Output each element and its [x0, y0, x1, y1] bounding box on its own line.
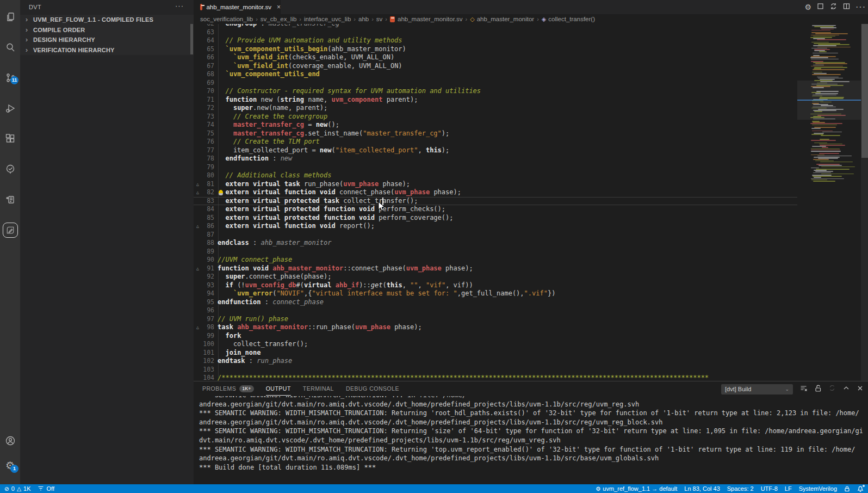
code-line[interactable]: 83 extern virtual protected task collect… — [194, 197, 797, 206]
code-line[interactable]: 78 endfunction : new — [194, 155, 797, 163]
code-line[interactable]: △82 extern virtual function void connect… — [194, 188, 797, 197]
lock-icon[interactable] — [844, 485, 850, 492]
tab-debug-console[interactable]: DEBUG CONSOLE — [346, 381, 399, 396]
code-line[interactable]: 100 collect_transfer(); — [194, 340, 797, 349]
tab-problems[interactable]: PROBLEMS 1K+ — [202, 381, 254, 396]
unlock-icon[interactable] — [814, 384, 822, 395]
tab-output[interactable]: OUTPUT — [266, 381, 291, 396]
tab-terminal[interactable]: TERMINAL — [303, 381, 334, 396]
extensions-icon[interactable] — [0, 130, 20, 148]
code-line[interactable]: 62 endgroup : master_transfer_cg — [194, 24, 797, 28]
clear-output-icon[interactable] — [799, 384, 808, 395]
tab-close-icon[interactable]: × — [277, 3, 281, 11]
code-line[interactable]: 71 function new (string name, uvm_compon… — [194, 96, 797, 104]
line-number: 75 — [200, 130, 214, 138]
breadcrumb-item[interactable]: sv_cb_ex_lib — [261, 16, 296, 22]
sidebar-item-design-hierarchy[interactable]: › DESIGN HIERARCHY — [20, 35, 194, 45]
split-editor-icon[interactable] — [842, 2, 851, 13]
code-line[interactable]: 104/************************************… — [194, 374, 797, 381]
code-line[interactable]: 101 join_none — [194, 349, 797, 358]
verification-icon[interactable] — [0, 160, 20, 178]
code-line[interactable]: △98task ahb_master_monitor::run_phase(uv… — [194, 323, 797, 332]
breadcrumb-item-class[interactable]: ahb_master_monitor — [477, 16, 534, 22]
code-line[interactable]: 93 if (!uvm_config_db#(virtual ahb_if)::… — [194, 281, 797, 290]
code-line[interactable]: △86 extern virtual function void report(… — [194, 222, 797, 231]
code-line[interactable]: 87 — [194, 231, 797, 239]
code-line[interactable]: 95endfunction : connect_phase — [194, 298, 797, 307]
breadcrumb-item-method[interactable]: collect_transfer() — [548, 16, 595, 22]
indentation-status[interactable]: Spaces: 2 — [727, 485, 754, 492]
language-status[interactable]: SystemVerilog — [799, 485, 837, 492]
breadcrumb-item[interactable]: ahb — [358, 16, 369, 22]
sidebar-more-actions[interactable]: ··· — [175, 2, 184, 10]
code-line[interactable]: 65 `uvm_component_utils_begin(ahb_master… — [194, 45, 797, 54]
code-line[interactable]: △81 extern virtual task run_phase(uvm_ph… — [194, 180, 797, 189]
sync-icon[interactable] — [828, 384, 836, 394]
code-line[interactable]: 84 extern virtual protected function voi… — [194, 205, 797, 214]
dvt-settings-gear-icon[interactable]: ⚙ — [804, 3, 811, 11]
sidebar-scrollbar[interactable] — [190, 24, 193, 54]
code-line[interactable]: 70 // Constructor - required syntax for … — [194, 87, 797, 96]
code-editor[interactable]: 62 endgroup : master_transfer_cg6364 // … — [194, 24, 797, 381]
code-line[interactable]: 66 `uvm_field_int(checks_enable, UVM_ALL… — [194, 53, 797, 62]
code-line[interactable]: 103 — [194, 366, 797, 374]
sidebar-item-verification-hierarchy[interactable]: › VERIFICATION HIERARCHY — [20, 45, 194, 56]
settings-gear-icon[interactable]: ⚙ 1 — [0, 456, 20, 474]
problems-status[interactable]: ⊘ 0 △ 1K — [4, 484, 30, 493]
breadcrumb-item[interactable]: interface_uvc_lib — [304, 16, 351, 22]
sync-compare-icon[interactable] — [829, 2, 838, 13]
maximize-panel-icon[interactable] — [842, 384, 850, 394]
code-line[interactable]: 73 // Create the covergroup — [194, 113, 797, 121]
minimap[interactable] — [797, 24, 861, 381]
explorer-icon[interactable] — [0, 8, 20, 26]
filter-status[interactable]: Off — [38, 485, 54, 492]
code-line[interactable]: 69 — [194, 79, 797, 88]
sidebar-item-compile-order[interactable]: › COMPILE ORDER — [20, 25, 194, 35]
code-line[interactable]: 63 — [194, 28, 797, 37]
output-channel-select[interactable]: [dvt] Build⌄ — [721, 384, 793, 395]
code-line[interactable]: 64 // Provide UVM automation and utility… — [194, 36, 797, 45]
code-line[interactable]: 97// UVM run() phase — [194, 315, 797, 324]
account-icon[interactable] — [0, 432, 20, 450]
code-line[interactable]: 102endtask : run_phase — [194, 357, 797, 366]
encoding-status[interactable]: UTF-8 — [761, 485, 778, 492]
code-line[interactable]: 74 master_transfer_cg = new(); — [194, 121, 797, 130]
code-line[interactable]: 90//UVM connect_phase — [194, 256, 797, 264]
code-line[interactable]: 76 // Create the TLM port — [194, 138, 797, 146]
source-control-icon[interactable]: 11 — [0, 69, 20, 87]
run-debug-icon[interactable] — [0, 99, 20, 118]
feedback-bell-icon[interactable] — [857, 485, 864, 492]
code-line[interactable]: 75 master_transfer_cg.set_inst_name("mas… — [194, 130, 797, 138]
code-line[interactable]: 79 — [194, 163, 797, 172]
code-line[interactable]: 68 `uvm_component_utils_end — [194, 70, 797, 79]
code-line[interactable]: 80 // Additional class methods — [194, 171, 797, 180]
minimap-stripe — [813, 181, 835, 182]
close-panel-icon[interactable] — [857, 384, 864, 394]
code-line[interactable]: 72 super.new(name, parent); — [194, 104, 797, 113]
code-line[interactable]: 77 item_collected_port = new("item_colle… — [194, 146, 797, 155]
code-line[interactable]: 96 — [194, 306, 797, 315]
code-line[interactable]: 99 fork — [194, 332, 797, 341]
output-console[interactable]: *** SEMANTIC WARNING: WIDTH_MISMATCH_TRU… — [199, 396, 863, 483]
code-line[interactable]: 92 super.connect_phase(phase); — [194, 273, 797, 281]
code-line[interactable]: 67 `uvm_field_int(coverage_enable, UVM_A… — [194, 62, 797, 71]
code-line[interactable]: 88endclass : ahb_master_monitor — [194, 239, 797, 248]
project-status[interactable]: ⚙ uvm_ref_flow_1.1 → default — [596, 484, 677, 493]
tab-ahb-master-monitor[interactable]: ahb_master_monitor.sv × — [194, 0, 281, 14]
breadcrumb-item-file[interactable]: ahb_master_monitor.sv — [398, 16, 463, 22]
code-line[interactable]: 89 — [194, 248, 797, 256]
sidebar-item-compiled-files[interactable]: › UVM_REF_FLOW_1.1 - COMPILED FILES — [20, 15, 194, 25]
eol-status[interactable]: LF — [785, 485, 792, 492]
dvt-editor-icon[interactable] — [0, 221, 20, 239]
search-icon[interactable] — [0, 38, 20, 57]
editor-scrollbar-thumb[interactable] — [861, 24, 868, 158]
more-actions-icon[interactable]: ··· — [855, 2, 866, 12]
code-line[interactable]: 85 extern virtual protected function voi… — [194, 214, 797, 223]
breadcrumb-item[interactable]: sv — [376, 16, 383, 22]
breadcrumb-item[interactable]: soc_verification_lib — [200, 16, 253, 22]
compile-order-icon[interactable] — [0, 190, 20, 209]
code-line[interactable]: 94 `uvm_error("NOVIF",{"virtual interfac… — [194, 289, 797, 298]
cursor-position-status[interactable]: Ln 83, Col 43 — [684, 485, 720, 492]
box-icon[interactable] — [816, 2, 824, 13]
code-line[interactable]: △91function void ahb_master_monitor::con… — [194, 264, 797, 273]
